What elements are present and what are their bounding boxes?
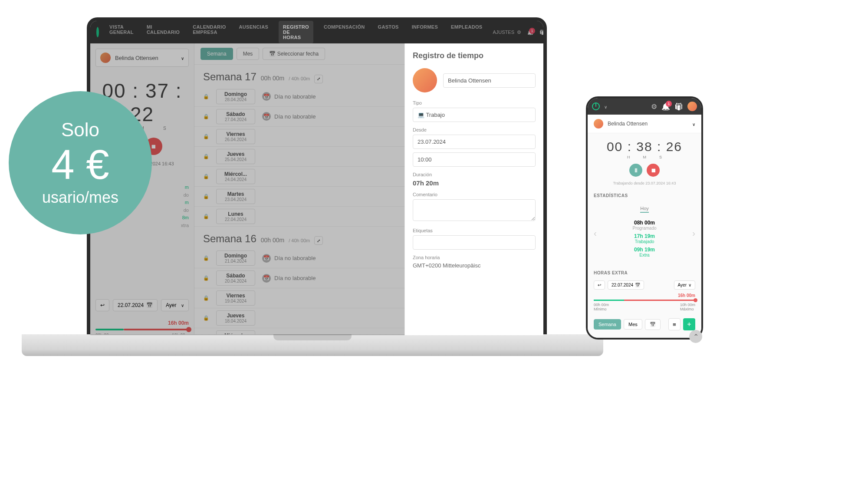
nav-item-registro-de-horas[interactable]: REGISTRO DE HORAS bbox=[279, 21, 313, 43]
day-status: 📅Día no laborable bbox=[262, 254, 316, 263]
price-line1: Solo bbox=[61, 119, 99, 141]
back-button[interactable] bbox=[95, 299, 109, 311]
phone-frame: 1 Belinda Ottensen 00 : 38 : 26 H M S Tr… bbox=[586, 96, 703, 340]
top-nav: VISTA GENERALMI CALENDARIOCALENDARIO EMP… bbox=[90, 21, 543, 43]
phone-body: Belinda Ottensen 00 : 38 : 26 H M S Trab… bbox=[588, 115, 701, 338]
etiquetas-input[interactable] bbox=[413, 235, 536, 250]
calendar-icon bbox=[269, 51, 276, 57]
stat-programado: 08h 00mProgramado bbox=[594, 220, 695, 231]
app-logo-icon bbox=[96, 27, 99, 37]
lock-icon: 🔒 bbox=[203, 214, 209, 219]
day-status: 📅Día no laborable bbox=[262, 92, 316, 101]
nav-items: VISTA GENERALMI CALENDARIOCALENDARIO EMP… bbox=[107, 21, 485, 43]
add-button[interactable]: + bbox=[683, 318, 695, 330]
app-logo-icon bbox=[592, 102, 600, 110]
nav-item-gastos[interactable]: GASTOS bbox=[375, 21, 401, 43]
week-title: Semana 16 bbox=[203, 233, 256, 245]
select-date-button[interactable]: Seleccionar fecha bbox=[263, 48, 325, 60]
expand-button[interactable]: ⤢ bbox=[314, 236, 323, 245]
tab-semana[interactable]: Semana bbox=[201, 48, 233, 60]
duracion-value: 07h 20m bbox=[413, 179, 536, 187]
price-big: 4 € bbox=[51, 141, 109, 188]
tab-mes[interactable]: Mes bbox=[624, 319, 642, 330]
gift-icon[interactable] bbox=[674, 102, 683, 111]
day-label: Martes 23.04.2024 bbox=[216, 189, 255, 204]
lock-icon: 🔒 bbox=[203, 94, 209, 99]
nav-item-compensación[interactable]: COMPENSACIÓN bbox=[321, 21, 368, 43]
day-label: Domingo 28.04.2024 bbox=[216, 89, 255, 104]
phone-user-select[interactable]: Belinda Ottensen bbox=[588, 115, 701, 133]
nav-item-calendario-empresa[interactable]: CALENDARIO EMPRESA bbox=[190, 21, 228, 43]
day-label: Jueves 18.04.2024 bbox=[216, 310, 255, 326]
panel-user-input[interactable] bbox=[443, 73, 536, 88]
tab-mes[interactable]: Mes bbox=[237, 48, 260, 60]
tz-label: Zona horaria bbox=[413, 255, 536, 260]
scroll-top-button[interactable]: ⌃ bbox=[689, 330, 702, 343]
calendar-icon bbox=[650, 322, 656, 327]
nav-right: AJUSTES 1 bbox=[493, 27, 543, 37]
comentario-input[interactable] bbox=[413, 199, 536, 221]
range-value: 16h 00m bbox=[95, 320, 189, 326]
day-label: Viernes 19.04.2024 bbox=[216, 290, 255, 306]
range-bar: 16h 00m 00h 00mMínimo 10h 00mMáximo bbox=[95, 320, 189, 335]
back-button[interactable] bbox=[594, 280, 605, 290]
panel-title: Registro de tiempo bbox=[413, 51, 536, 60]
day-status: 📅Día no laborable bbox=[262, 112, 316, 121]
back-icon bbox=[598, 283, 601, 287]
lock-icon: 🔒 bbox=[203, 194, 209, 199]
gear-icon[interactable] bbox=[651, 102, 657, 111]
ayer-label: Ayer bbox=[166, 302, 176, 308]
range-track bbox=[95, 329, 189, 330]
nav-item-ausencias[interactable]: AUSENCIAS bbox=[237, 21, 271, 43]
phone-stats-title: ESTADÍSTICAS bbox=[588, 189, 701, 200]
range-dot bbox=[186, 327, 191, 332]
lock-icon: 🔒 bbox=[203, 154, 209, 159]
phone-extra-title: HORAS EXTRA bbox=[588, 266, 701, 277]
chevron-right-icon[interactable]: › bbox=[692, 228, 695, 238]
settings-label: AJUSTES bbox=[493, 30, 514, 35]
stop-icon bbox=[651, 167, 656, 174]
ayer-select[interactable]: Ayer bbox=[161, 299, 189, 311]
date-picker[interactable]: 22.07.2024 bbox=[113, 299, 158, 311]
ayer-select[interactable]: Ayer bbox=[674, 280, 695, 290]
panel-user-row bbox=[413, 68, 536, 92]
laptop-notch bbox=[273, 334, 352, 340]
range-red bbox=[124, 329, 189, 330]
phone-bottom-bar: Semana Mes ≡ + bbox=[588, 315, 701, 334]
tipo-select[interactable]: 💻 Trabajo bbox=[413, 108, 536, 122]
phone-notifications[interactable]: 1 bbox=[661, 102, 670, 111]
phone-stats: ‹ › Hoy 08h 00mProgramado 17h 19mTrabaja… bbox=[588, 200, 701, 266]
calendar-button[interactable] bbox=[645, 319, 661, 330]
nav-item-empleados[interactable]: EMPLEADOS bbox=[448, 21, 485, 43]
time-entry-panel: Registro de tiempo Tipo 💻 Trabajo Desde … bbox=[404, 43, 543, 335]
pause-icon bbox=[633, 167, 639, 174]
avatar bbox=[594, 119, 603, 129]
user-select[interactable]: Belinda Ottensen bbox=[95, 49, 189, 67]
phone-timer: 00 : 38 : 26 H M S Trabajando desde 23.0… bbox=[588, 133, 701, 189]
chevron-down-icon[interactable] bbox=[604, 102, 607, 110]
tab-semana[interactable]: Semana bbox=[594, 319, 621, 330]
filter-button[interactable]: ≡ bbox=[668, 318, 681, 330]
settings-link[interactable]: AJUSTES bbox=[493, 30, 521, 35]
week-planned: / 40h 00m bbox=[289, 76, 310, 81]
chevron-left-icon[interactable]: ‹ bbox=[594, 228, 597, 238]
desde-time-input[interactable] bbox=[413, 152, 536, 167]
notifications-button[interactable]: 1 bbox=[527, 30, 533, 35]
week-title: Semana 17 bbox=[203, 71, 256, 83]
gift-button[interactable] bbox=[539, 30, 543, 35]
nav-item-vista-general[interactable]: VISTA GENERAL bbox=[107, 21, 136, 43]
phone-nav-avatar[interactable] bbox=[687, 102, 697, 111]
pause-button[interactable] bbox=[629, 164, 642, 177]
desde-date-input[interactable] bbox=[413, 135, 536, 149]
nav-item-informes[interactable]: INFORMES bbox=[409, 21, 441, 43]
nav-item-mi-calendario[interactable]: MI CALENDARIO bbox=[144, 21, 182, 43]
stop-button[interactable] bbox=[647, 164, 660, 177]
back-icon bbox=[100, 302, 105, 308]
price-badge: Solo 4 € usario/mes bbox=[9, 91, 152, 234]
notification-badge: 1 bbox=[666, 101, 672, 107]
laptop-base bbox=[22, 334, 603, 356]
expand-button[interactable]: ⤢ bbox=[314, 75, 323, 83]
day-label: Miércol... 24.04.2024 bbox=[216, 169, 255, 184]
phone-username: Belinda Ottensen bbox=[608, 121, 688, 127]
date-picker[interactable]: 22.07.2024 bbox=[608, 280, 644, 290]
